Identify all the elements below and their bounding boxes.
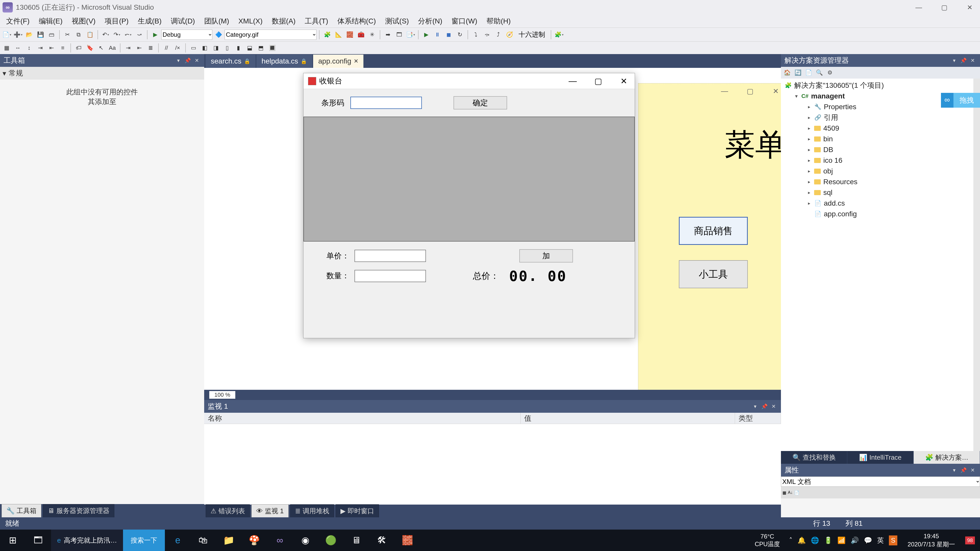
window-maximize-button[interactable]: ▢: [937, 2, 952, 13]
chevron-right-icon[interactable]: ▸: [807, 190, 811, 195]
tray-ime[interactable]: 英: [877, 536, 884, 545]
tb2-icon[interactable]: 🔳: [267, 43, 277, 53]
tb2-icon[interactable]: ▭: [188, 43, 199, 53]
tb2-icon[interactable]: ▮: [233, 43, 243, 53]
tray-temp[interactable]: 76°C CPU温度: [751, 533, 784, 548]
tray-clock[interactable]: 19:45 2020/7/13 星期一: [902, 532, 960, 548]
debug-stop-icon[interactable]: ◼: [444, 30, 454, 40]
panel-dropdown-icon[interactable]: ▾: [950, 466, 958, 474]
step-over-icon[interactable]: ⤼: [482, 30, 492, 40]
tree-item-ico16[interactable]: ▸ico 16: [781, 155, 980, 166]
menu-tools[interactable]: 工具(T): [300, 15, 333, 27]
props-categorized-icon[interactable]: ▦: [783, 490, 786, 495]
menu-project[interactable]: 项目(P): [100, 15, 133, 27]
number-format-label[interactable]: 十六进制: [515, 30, 548, 39]
tree-item-references[interactable]: ▸🔗引用: [781, 112, 980, 123]
toolbox-tab-server[interactable]: 🖥 服务器资源管理器: [43, 504, 115, 518]
debug-pause-icon[interactable]: ⏸: [432, 30, 442, 40]
datagrid-placeholder[interactable]: [304, 117, 635, 241]
sln-tb-icon[interactable]: 🏠: [783, 68, 792, 77]
barcode-input[interactable]: [350, 97, 422, 109]
watch-tab-watch1[interactable]: 👁 监视 1: [251, 504, 289, 518]
toolbox-section-general[interactable]: 常规: [0, 67, 204, 79]
panel-close-icon[interactable]: ✕: [969, 466, 977, 474]
chevron-right-icon[interactable]: ▸: [807, 200, 811, 206]
copy-button[interactable]: ⧉: [73, 30, 84, 40]
open-button[interactable]: 📂: [24, 30, 34, 40]
taskbar-vs[interactable]: ∞: [267, 530, 293, 551]
right-tab-solution[interactable]: 🧩 解决方案…: [914, 451, 980, 464]
tb-icon[interactable]: 🧱: [345, 30, 355, 40]
price-input[interactable]: [355, 250, 426, 262]
close-icon[interactable]: ✕: [354, 58, 358, 65]
tb2-icon[interactable]: ▦: [2, 43, 12, 53]
tree-item-bin[interactable]: ▸bin: [781, 134, 980, 144]
tb2-icon[interactable]: 🔖: [85, 43, 95, 53]
form-close-button[interactable]: ✕: [770, 86, 781, 96]
taskbar-search[interactable]: 搜索一下: [123, 530, 165, 551]
tb-icon[interactable]: 🧰: [356, 30, 366, 40]
taskbar-app-icon[interactable]: 🖥: [344, 530, 369, 551]
taskbar-app-icon[interactable]: 🧱: [395, 530, 420, 551]
menu-team[interactable]: 团队(M): [200, 15, 234, 27]
tb2-icon[interactable]: ◧: [200, 43, 210, 53]
tb-icon[interactable]: 🗔: [394, 30, 404, 40]
debug-play-icon[interactable]: ▶: [421, 30, 431, 40]
platform-icon[interactable]: 🔷: [213, 30, 224, 40]
panel-pin-icon[interactable]: 📌: [184, 57, 191, 64]
add-button[interactable]: 加: [519, 249, 573, 262]
new-project-button[interactable]: 📄: [2, 30, 12, 40]
cashier-maximize-button[interactable]: ▢: [592, 76, 605, 86]
taskbar-chrome[interactable]: ◉: [293, 530, 318, 551]
tb-icon[interactable]: 📐: [333, 30, 344, 40]
chevron-right-icon[interactable]: ▸: [807, 158, 811, 163]
step-into-icon[interactable]: ⤵: [471, 30, 481, 40]
start-debug-button[interactable]: ▶: [150, 30, 160, 40]
panel-close-icon[interactable]: ✕: [969, 57, 977, 64]
indent-inc-icon[interactable]: ⇥: [123, 43, 133, 53]
menu-arch[interactable]: 体系结构(C): [333, 15, 380, 27]
props-sort-icon[interactable]: A↓: [788, 490, 793, 495]
nav-back-button[interactable]: ⤺: [123, 30, 133, 40]
nav-fwd-button[interactable]: ⤻: [134, 30, 145, 40]
tray-sogou-icon[interactable]: S: [889, 535, 897, 545]
indent-dec-icon[interactable]: ⇤: [134, 43, 145, 53]
sln-tb-icon[interactable]: 🔄: [793, 68, 802, 77]
tb2-icon[interactable]: ↔: [13, 43, 23, 53]
confirm-button[interactable]: 确定: [453, 96, 507, 110]
cashier-minimize-button[interactable]: —: [566, 76, 579, 86]
taskview-button[interactable]: 🗔: [25, 530, 51, 551]
menu-edit[interactable]: 编辑(E): [34, 15, 67, 27]
tree-item-obj[interactable]: ▸obj: [781, 166, 980, 176]
cashier-titlebar[interactable]: 收银台 — ▢ ✕: [304, 73, 635, 89]
menu-test[interactable]: 测试(S): [380, 15, 414, 27]
add-item-button[interactable]: ➕: [13, 30, 23, 40]
btn-small-tools[interactable]: 小工具: [679, 260, 748, 288]
tb2-icon[interactable]: ↕: [24, 43, 34, 53]
tray-volume-icon[interactable]: 🔊: [851, 537, 859, 545]
form-maximize-button[interactable]: ▢: [745, 86, 755, 96]
chevron-right-icon[interactable]: ▸: [807, 168, 811, 174]
tray-notify-icon[interactable]: 🔔: [797, 537, 806, 545]
menu-debug[interactable]: 调试(D): [166, 15, 200, 27]
watch-col-value[interactable]: 值: [520, 413, 735, 424]
chevron-down-icon[interactable]: ▾: [794, 94, 799, 99]
document-tab-appconfig[interactable]: app.config ✕: [313, 55, 363, 68]
menu-view[interactable]: 视图(V): [67, 15, 100, 27]
tray-action-icon[interactable]: 💬: [864, 537, 872, 545]
tree-item-4509[interactable]: ▸4509: [781, 123, 980, 134]
qty-input[interactable]: [355, 270, 426, 282]
window-minimize-button[interactable]: —: [911, 2, 926, 13]
taskbar-app-icon[interactable]: 🛠: [369, 530, 395, 551]
tb2-icon[interactable]: Aa: [107, 43, 118, 53]
tb-icon[interactable]: 📑: [405, 30, 415, 40]
menu-window[interactable]: 窗口(W): [447, 15, 482, 27]
tb2-icon[interactable]: ≡: [58, 43, 68, 53]
cashier-close-button[interactable]: ✕: [617, 76, 630, 86]
startup-select[interactable]: Category.gif: [224, 30, 317, 40]
start-button[interactable]: ⊞: [0, 530, 25, 551]
pointer-icon[interactable]: ↖: [96, 43, 106, 53]
tray-battery-icon[interactable]: 🔋: [824, 537, 832, 545]
tb2-icon[interactable]: ▯: [222, 43, 232, 53]
tb2-icon[interactable]: 🏷: [73, 43, 84, 53]
